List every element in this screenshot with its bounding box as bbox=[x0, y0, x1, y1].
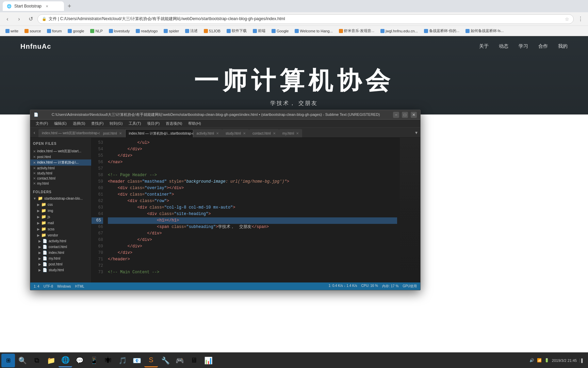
sidebar-file-activity[interactable]: ✕ activity.html bbox=[30, 166, 91, 171]
tab-close[interactable]: ✕ bbox=[243, 132, 246, 135]
tab-index-active[interactable]: index.html — 计算机协会\...startbootstrap-cle… bbox=[125, 129, 193, 137]
bookmark-spider[interactable]: spider bbox=[161, 28, 182, 34]
bookmark-star-icon[interactable]: ☆ bbox=[565, 16, 569, 22]
forward-btn[interactable]: › bbox=[14, 14, 24, 24]
wechat-btn[interactable]: 💬 bbox=[73, 354, 86, 367]
sidebar-file-post[interactable]: ✕ post.html bbox=[30, 154, 91, 159]
folder-scss[interactable]: ▶ 📁 scss bbox=[30, 226, 91, 232]
code-editor[interactable]: 53 54 55 56 57 58 59 60 61 62 63 64 65 6… bbox=[92, 138, 420, 282]
monitor-btn[interactable]: 🖥 bbox=[187, 354, 201, 367]
battery-icon[interactable]: 🔋 bbox=[544, 358, 549, 363]
mail-btn[interactable]: 📧 bbox=[130, 354, 144, 367]
tab-nav-prev[interactable]: ‹ bbox=[30, 128, 38, 137]
tab-my[interactable]: my.html ✕ bbox=[279, 129, 302, 137]
menu-find[interactable]: 查找(F) bbox=[88, 120, 106, 127]
show-desktop-btn[interactable]: ▌ bbox=[579, 358, 584, 363]
folder-img[interactable]: ▶ 📁 img bbox=[30, 208, 91, 214]
tab-nav-dropdown[interactable]: ▾ bbox=[412, 128, 420, 137]
sidebar-file-my[interactable]: ✕ my.html bbox=[30, 181, 91, 186]
sidebar-file-study[interactable]: ✕ study.html bbox=[30, 171, 91, 176]
tab-contact[interactable]: contact.html ✕ bbox=[249, 129, 279, 137]
bookmark-xiami[interactable]: 虾米音乐·发现音... bbox=[336, 28, 377, 34]
nav-link-mine[interactable]: 我的 bbox=[558, 43, 568, 49]
tab-close[interactable]: ✕ bbox=[119, 132, 122, 135]
close-icon[interactable]: ✕ bbox=[33, 166, 36, 170]
bookmark-software[interactable]: 软件下载 bbox=[224, 28, 249, 34]
bookmark-lovestudy[interactable]: lovestudy bbox=[106, 28, 132, 34]
close-icon[interactable]: ✕ bbox=[33, 150, 36, 153]
bookmark-51job[interactable]: 51JOB bbox=[201, 28, 223, 34]
start-button[interactable]: ⊞ bbox=[1, 354, 15, 367]
tab-activity[interactable]: activity.html ✕ bbox=[193, 129, 223, 137]
folder-css[interactable]: ▶ 📁 css bbox=[30, 201, 91, 208]
menu-edit[interactable]: 编辑(E) bbox=[51, 120, 69, 127]
bookmark-readytogo[interactable]: readytogo bbox=[133, 28, 160, 34]
file-explorer-btn[interactable]: 📁 bbox=[44, 354, 58, 367]
close-btn[interactable]: ✕ bbox=[411, 112, 417, 118]
file-post[interactable]: ▶ 📄 post.html bbox=[30, 261, 91, 267]
bookmark-google[interactable]: google bbox=[65, 28, 87, 34]
bookmark-fashu[interactable]: 法述 bbox=[182, 28, 200, 34]
tab-post[interactable]: post.html ✕ bbox=[100, 129, 125, 137]
minimize-btn[interactable]: − bbox=[393, 112, 399, 118]
browser-btn[interactable]: 🌐 bbox=[59, 354, 72, 367]
menu-goto[interactable]: 转到(G) bbox=[107, 120, 125, 127]
close-icon[interactable]: ✕ bbox=[33, 177, 36, 180]
chart-btn[interactable]: 📊 bbox=[201, 354, 215, 367]
tab-close[interactable]: ✕ bbox=[216, 132, 219, 135]
close-icon[interactable]: ✕ bbox=[33, 182, 36, 185]
spider-btn[interactable]: 🕷 bbox=[101, 354, 115, 367]
bookmark-welcome[interactable]: Welcome to Hang... bbox=[292, 28, 335, 34]
sidebar-file-index-active[interactable]: ✕ index.html — 计算机协会\... bbox=[30, 159, 91, 166]
bookmark-jwgl[interactable]: jwgl.hnfnu.edu.cn... bbox=[378, 28, 421, 34]
search-btn[interactable]: 🔍 bbox=[16, 354, 29, 367]
close-icon[interactable]: ✕ bbox=[33, 161, 36, 165]
task-view-btn[interactable]: ⧉ bbox=[30, 354, 44, 367]
tab-index-web[interactable]: index.html — web页面\startbootstrap-clean-… bbox=[38, 129, 100, 137]
file-my[interactable]: ▶ 📄 my.html bbox=[30, 256, 91, 261]
back-btn[interactable]: ‹ bbox=[3, 14, 12, 24]
close-icon[interactable]: ✕ bbox=[33, 155, 36, 159]
nav-link-coop[interactable]: 合作 bbox=[538, 43, 548, 49]
nav-link-about[interactable]: 关于 bbox=[479, 43, 489, 49]
tab-close[interactable]: ✕ bbox=[296, 132, 299, 135]
file-study[interactable]: ▶ 📄 study.html bbox=[30, 267, 91, 273]
menu-preferences[interactable]: 首选项(N) bbox=[163, 120, 185, 127]
bookmark-lanqiao1[interactable]: 备战蓝桥杯·你的... bbox=[421, 28, 462, 34]
folder-vendor[interactable]: ▶ 📁 vendor bbox=[30, 232, 91, 238]
menu-help[interactable]: 帮助(H) bbox=[185, 120, 203, 127]
sidebar-file-index-web[interactable]: ✕ index.html — web页面\start... bbox=[30, 148, 91, 154]
bookmark-source[interactable]: source bbox=[22, 28, 44, 34]
folder-mail[interactable]: ▶ 📁 mail bbox=[30, 220, 91, 226]
code-content[interactable]: </ul> </div> </div> </nav> <!-- Page Hea… bbox=[105, 138, 400, 282]
bookmark-google2[interactable]: Google bbox=[269, 28, 291, 34]
folder-root[interactable]: ▼ 📁 startbootstrap-clean-blo... bbox=[30, 195, 91, 201]
nav-link-dongtai[interactable]: 动态 bbox=[499, 43, 508, 49]
tab-close[interactable]: ✕ bbox=[273, 132, 276, 135]
bookmark-forum[interactable]: forum bbox=[44, 28, 64, 34]
address-bar[interactable]: 🔒 文件 | C:/Users/Administrator/Nextcloud/… bbox=[37, 14, 574, 24]
menu-tools[interactable]: 工具(T) bbox=[126, 120, 144, 127]
sidebar-file-contact[interactable]: ✕ contact.html bbox=[30, 176, 91, 181]
tool-btn[interactable]: 🔧 bbox=[159, 354, 172, 367]
volume-icon[interactable]: 🔊 bbox=[529, 358, 534, 363]
tab-study[interactable]: study.html ✕ bbox=[222, 129, 249, 137]
active-tab[interactable]: 🌐 Start Bootstrap ✕ bbox=[3, 1, 64, 11]
close-icon[interactable]: ✕ bbox=[33, 171, 36, 175]
file-index[interactable]: ▶ 📄 index.html bbox=[30, 250, 91, 256]
menu-file[interactable]: 文件(F) bbox=[33, 120, 51, 127]
menu-project[interactable]: 项目(P) bbox=[144, 120, 162, 127]
menu-select[interactable]: 选择(S) bbox=[70, 120, 88, 127]
file-activity[interactable]: ▶ 📄 activity.html bbox=[30, 238, 91, 244]
refresh-btn[interactable]: ↺ bbox=[26, 14, 35, 24]
extensions-btn[interactable]: ⋮ bbox=[576, 14, 585, 24]
game-btn[interactable]: 🎮 bbox=[173, 354, 186, 367]
bookmark-frontend[interactable]: 前端 bbox=[250, 28, 268, 34]
bookmark-write[interactable]: write bbox=[3, 28, 21, 34]
bookmark-lanqiao2[interactable]: 如何备战蓝桥杯·ls... bbox=[463, 28, 506, 34]
tab-close-btn[interactable]: ✕ bbox=[46, 4, 48, 8]
network-icon[interactable]: 📶 bbox=[537, 358, 542, 363]
bookmark-nlp[interactable]: NLP bbox=[87, 28, 105, 34]
folder-js[interactable]: ▶ 📁 js bbox=[30, 214, 91, 220]
sublime-taskbar-btn[interactable]: S bbox=[144, 354, 158, 367]
